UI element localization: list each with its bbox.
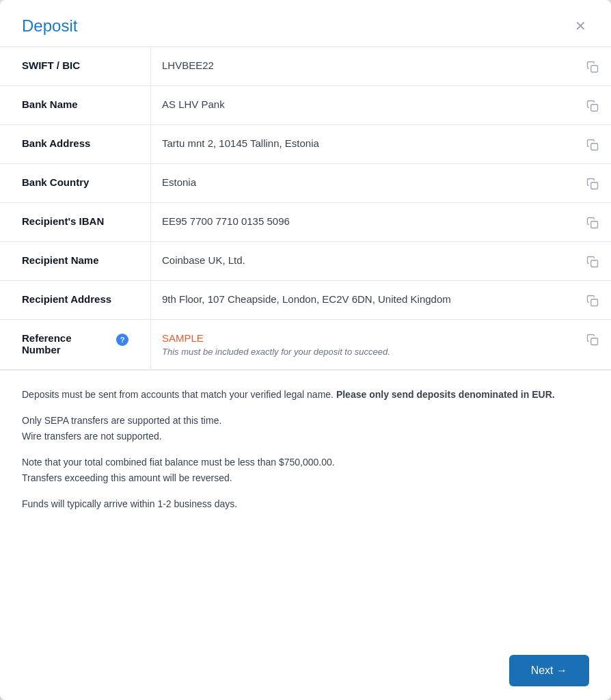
disclaimer-section: Deposits must be sent from accounts that… xyxy=(0,370,611,539)
swift-bic-value: LHVBEE22 xyxy=(162,59,578,71)
reference-number-row: Reference Number ? SAMPLE This must be i… xyxy=(0,320,611,370)
close-icon: ✕ xyxy=(575,18,586,33)
bank-name-row: Bank Name AS LHV Pank xyxy=(0,86,611,125)
balance-disclaimer: Note that your total combined fiat balan… xyxy=(22,455,589,485)
recipient-address-value: 9th Floor, 107 Cheapside, London, EC2V 6… xyxy=(162,293,578,305)
reference-number-content: SAMPLE This must be included exactly for… xyxy=(162,332,578,357)
modal-header: Deposit ✕ xyxy=(0,0,611,47)
reference-number-value-cell: SAMPLE This must be included exactly for… xyxy=(150,320,611,369)
arrival-text: Funds will typically arrive within 1-2 b… xyxy=(22,496,589,511)
swift-bic-value-cell: LHVBEE22 xyxy=(150,47,611,85)
bank-address-row: Bank Address Tartu mnt 2, 10145 Tallinn,… xyxy=(0,125,611,164)
reference-number-help-icon[interactable]: ? xyxy=(116,334,128,346)
svg-rect-6 xyxy=(591,299,598,306)
modal-title: Deposit xyxy=(22,16,77,36)
recipient-name-label: Recipient Name xyxy=(0,242,150,280)
recipient-address-row: Recipient Address 9th Floor, 107 Cheapsi… xyxy=(0,281,611,320)
recipient-iban-value-cell: EE95 7700 7710 0135 5096 xyxy=(150,203,611,241)
bank-country-row: Bank Country Estonia xyxy=(0,164,611,203)
reference-number-value: SAMPLE xyxy=(162,332,578,344)
svg-rect-5 xyxy=(591,260,598,267)
recipient-iban-row: Recipient's IBAN EE95 7700 7710 0135 509… xyxy=(0,203,611,242)
deposit-modal: Deposit ✕ SWIFT / BIC LHVBEE22 Bank Name xyxy=(0,0,611,700)
svg-rect-2 xyxy=(591,144,598,150)
reference-number-label: Reference Number ? xyxy=(0,320,150,369)
arrival-disclaimer: Funds will typically arrive within 1-2 b… xyxy=(22,496,589,511)
sepa-text-1: Only SEPA transfers are supported at thi… xyxy=(22,413,589,428)
swift-bic-row: SWIFT / BIC LHVBEE22 xyxy=(0,47,611,86)
reference-number-note: This must be included exactly for your d… xyxy=(162,347,578,357)
bank-address-value-cell: Tartu mnt 2, 10145 Tallinn, Estonia xyxy=(150,125,611,163)
bank-name-copy-button[interactable] xyxy=(586,98,600,112)
recipient-name-value-cell: Coinbase UK, Ltd. xyxy=(150,242,611,280)
recipient-iban-copy-button[interactable] xyxy=(586,215,600,229)
bank-country-value: Estonia xyxy=(162,176,578,188)
recipient-iban-value: EE95 7700 7710 0135 5096 xyxy=(162,215,578,227)
balance-text-2: Transfers exceeding this amount will be … xyxy=(22,470,589,485)
bank-address-value: Tartu mnt 2, 10145 Tallinn, Estonia xyxy=(162,137,578,149)
next-button[interactable]: Next → xyxy=(509,655,589,686)
svg-rect-7 xyxy=(591,338,598,345)
sepa-disclaimer: Only SEPA transfers are supported at thi… xyxy=(22,413,589,444)
bank-country-copy-button[interactable] xyxy=(586,176,600,190)
recipient-address-value-cell: 9th Floor, 107 Cheapside, London, EC2V 6… xyxy=(150,281,611,319)
recipient-name-value: Coinbase UK, Ltd. xyxy=(162,254,578,266)
legal-name-disclaimer: Deposits must be sent from accounts that… xyxy=(22,387,589,402)
swift-bic-copy-button[interactable] xyxy=(586,59,600,73)
bank-country-label: Bank Country xyxy=(0,164,150,202)
swift-bic-label: SWIFT / BIC xyxy=(0,47,150,85)
bank-name-value-cell: AS LHV Pank xyxy=(150,86,611,124)
sepa-text-2: Wire transfers are not supported. xyxy=(22,429,589,444)
close-button[interactable]: ✕ xyxy=(572,16,589,36)
bank-name-label: Bank Name xyxy=(0,86,150,124)
recipient-address-label: Recipient Address xyxy=(0,281,150,319)
bank-name-value: AS LHV Pank xyxy=(162,98,578,110)
svg-rect-1 xyxy=(591,105,598,111)
svg-rect-4 xyxy=(591,221,598,228)
legal-name-text: Deposits must be sent from accounts that… xyxy=(22,387,589,402)
next-button-label: Next → xyxy=(531,664,567,677)
svg-rect-3 xyxy=(591,183,598,189)
svg-rect-0 xyxy=(591,66,598,72)
recipient-name-copy-button[interactable] xyxy=(586,254,600,268)
modal-body: SWIFT / BIC LHVBEE22 Bank Name AS LHV Pa… xyxy=(0,47,611,641)
bank-address-copy-button[interactable] xyxy=(586,137,600,151)
modal-footer: Next → xyxy=(0,641,611,700)
recipient-iban-label: Recipient's IBAN xyxy=(0,203,150,241)
bank-country-value-cell: Estonia xyxy=(150,164,611,202)
balance-text-1: Note that your total combined fiat balan… xyxy=(22,455,589,470)
bank-address-label: Bank Address xyxy=(0,125,150,163)
recipient-name-row: Recipient Name Coinbase UK, Ltd. xyxy=(0,242,611,281)
recipient-address-copy-button[interactable] xyxy=(586,293,600,307)
reference-number-copy-button[interactable] xyxy=(586,332,600,346)
